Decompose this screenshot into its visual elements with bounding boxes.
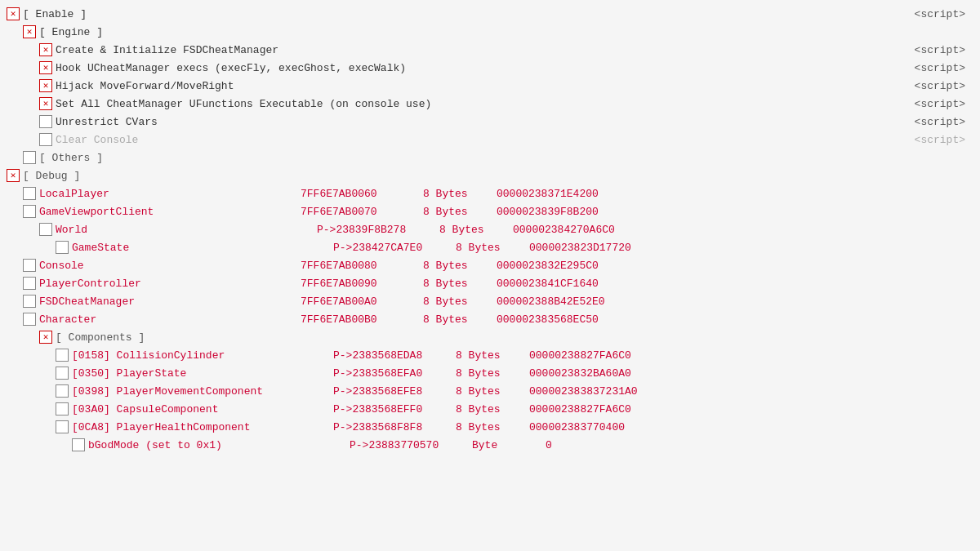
size-gamestate: 8 Bytes [456, 242, 521, 254]
script-tag-hook-ucheat: <script> [915, 62, 973, 74]
label-capsule: [03A0] CapsuleComponent [72, 403, 317, 415]
value-local-player: 00000238371E4200 [497, 188, 599, 200]
size-playercontroller: 8 Bytes [423, 278, 488, 290]
checkbox-console[interactable] [23, 259, 36, 272]
checkbox-playerstate[interactable] [56, 367, 69, 380]
size-playerhealth: 8 Bytes [456, 421, 521, 433]
row-clear-console: Clear Console<script> [7, 131, 973, 149]
checkbox-capsule[interactable] [56, 402, 69, 415]
label-debug: [ Debug ] [23, 170, 268, 182]
value-collision: 00000238827FA6C0 [529, 349, 631, 362]
value-playerhealth: 000002383770400 [529, 421, 625, 433]
address-playerstate: P->2383568EFA0 [333, 367, 448, 380]
checkbox-character[interactable] [23, 313, 36, 326]
size-playermove: 8 Bytes [456, 385, 521, 398]
main-container: [ Enable ]<script>[ Engine ]Create & Ini… [0, 0, 980, 551]
script-tag-clear-console: <script> [915, 134, 973, 146]
checkbox-bgodmode[interactable] [72, 438, 85, 451]
value-gameviewport: 0000023839F8B200 [497, 206, 599, 218]
row-debug: [ Debug ] [7, 167, 973, 184]
address-fsdcheatmanager: 7FF6E7AB00A0 [301, 295, 415, 308]
label-gameviewport: GameViewportClient [39, 206, 284, 218]
checkbox-create-init[interactable] [39, 43, 52, 56]
row-gamestate: GameStateP->238427CA7E08 Bytes0000023823… [7, 238, 973, 256]
value-gamestate: 0000023823D17720 [529, 242, 631, 254]
row-playercontroller: PlayerController7FF6E7AB00908 Bytes00000… [7, 274, 973, 292]
label-unrestrict: Unrestrict CVars [56, 116, 301, 128]
script-tag-unrestrict: <script> [915, 116, 973, 128]
checkbox-world[interactable] [39, 223, 52, 236]
checkbox-playermove[interactable] [56, 384, 69, 398]
checkbox-debug[interactable] [7, 169, 20, 182]
row-components: [ Components ] [7, 328, 973, 346]
checkbox-hook-ucheat[interactable] [39, 61, 52, 74]
checkbox-unrestrict[interactable] [39, 115, 52, 128]
checkbox-collision[interactable] [56, 349, 69, 362]
size-local-player: 8 Bytes [423, 188, 488, 200]
label-playerhealth: [0CA8] PlayerHealthComponent [72, 421, 317, 433]
row-gameviewport: GameViewportClient7FF6E7AB00708 Bytes000… [7, 202, 973, 220]
checkbox-local-player[interactable] [23, 187, 36, 200]
checkbox-engine[interactable] [23, 25, 36, 38]
row-bgodmode: bGodMode (set to 0x1)P->23883770570Byte0 [7, 436, 973, 454]
checkbox-gamestate[interactable] [56, 241, 69, 254]
checkbox-enable[interactable] [7, 7, 20, 20]
script-tag-set-all: <script> [915, 98, 973, 110]
address-character: 7FF6E7AB00B0 [301, 313, 415, 326]
row-engine: [ Engine ] [7, 23, 973, 41]
label-engine: [ Engine ] [39, 26, 284, 38]
row-collision: [0158] CollisionCylinderP->2383568EDA88 … [7, 346, 973, 364]
address-local-player: 7FF6E7AB0060 [301, 188, 415, 200]
address-collision: P->2383568EDA8 [333, 349, 448, 362]
label-others: [ Others ] [39, 152, 284, 164]
value-playercontroller: 0000023841CF1640 [497, 278, 599, 290]
label-hijack: Hijack MoveForward/MoveRight [56, 80, 301, 92]
address-capsule: P->2383568EFF0 [333, 403, 448, 415]
label-clear-console: Clear Console [56, 134, 301, 146]
size-world: 8 Bytes [439, 224, 505, 236]
size-character: 8 Bytes [423, 313, 488, 326]
checkbox-others[interactable] [23, 151, 36, 164]
checkbox-set-all[interactable] [39, 97, 52, 110]
label-components: [ Components ] [56, 331, 301, 344]
checkbox-playercontroller[interactable] [23, 277, 36, 290]
label-playerstate: [0350] PlayerState [72, 367, 317, 380]
size-fsdcheatmanager: 8 Bytes [423, 295, 488, 308]
label-gamestate: GameState [72, 242, 317, 254]
address-world: P->23839F8B278 [317, 224, 431, 236]
row-console: Console7FF6E7AB00808 Bytes0000023832E295… [7, 256, 973, 274]
label-create-init: Create & Initialize FSDCheatManager [56, 44, 301, 56]
value-world: 000002384270A6C0 [513, 224, 615, 236]
row-playerhealth: [0CA8] PlayerHealthComponentP->2383568F8… [7, 418, 973, 436]
size-collision: 8 Bytes [456, 349, 521, 362]
address-bgodmode: P->23883770570 [350, 439, 464, 451]
value-playerstate: 0000023832BA60A0 [529, 367, 631, 380]
label-playermove: [0398] PlayerMovementComponent [72, 385, 317, 398]
row-unrestrict: Unrestrict CVars<script> [7, 113, 973, 131]
address-gameviewport: 7FF6E7AB0070 [301, 206, 415, 218]
address-playercontroller: 7FF6E7AB0090 [301, 278, 415, 290]
row-create-init: Create & Initialize FSDCheatManager<scri… [7, 41, 973, 59]
checkbox-clear-console[interactable] [39, 133, 52, 146]
label-character: Character [39, 313, 284, 326]
script-tag-hijack: <script> [915, 80, 973, 92]
size-bgodmode: Byte [472, 439, 537, 451]
script-tag-create-init: <script> [915, 44, 973, 56]
address-playerhealth: P->2383568F8F8 [333, 421, 448, 433]
value-playermove: 000002383837231A0 [529, 385, 638, 398]
checkbox-components[interactable] [39, 331, 52, 344]
value-console: 0000023832E295C0 [497, 260, 599, 272]
address-gamestate: P->238427CA7E0 [333, 242, 448, 254]
row-playermove: [0398] PlayerMovementComponentP->2383568… [7, 382, 973, 400]
row-hijack: Hijack MoveForward/MoveRight<script> [7, 77, 973, 95]
checkbox-fsdcheatmanager[interactable] [23, 295, 36, 308]
label-fsdcheatmanager: FSDCheatManager [39, 295, 284, 308]
checkbox-hijack[interactable] [39, 79, 52, 92]
label-console: Console [39, 260, 284, 272]
label-world: World [56, 224, 301, 236]
checkbox-gameviewport[interactable] [23, 205, 36, 218]
row-enable: [ Enable ]<script> [7, 5, 973, 23]
label-collision: [0158] CollisionCylinder [72, 349, 317, 362]
script-tag-enable: <script> [915, 8, 973, 20]
checkbox-playerhealth[interactable] [56, 420, 69, 433]
